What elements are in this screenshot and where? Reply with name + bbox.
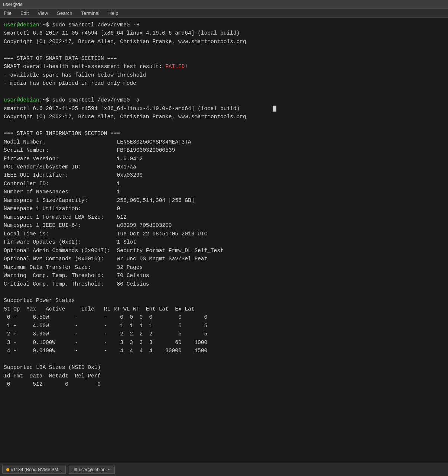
menu-search[interactable]: Search — [55, 10, 74, 17]
taskbar-dot — [6, 468, 9, 471]
terminal-window: user@de File Edit View Search Terminal H… — [0, 0, 448, 476]
window-title: user@de — [3, 1, 23, 7]
taskbar: #1134 (Read NVMe SM... 🖥 user@debian: ~ — [0, 463, 448, 476]
menu-file[interactable]: File — [2, 10, 13, 17]
prompt-1: user@debian — [4, 22, 39, 28]
terminal-content[interactable]: user@debian:~$ sudo smartctl /dev/nvme0 … — [0, 18, 448, 463]
menu-help[interactable]: Help — [107, 10, 120, 17]
menu-bar: File Edit View Search Terminal Help — [0, 9, 448, 18]
taskbar-label-2: user@debian: ~ — [79, 467, 110, 472]
taskbar-item-1[interactable]: #1134 (Read NVMe SM... — [2, 466, 66, 474]
prompt-2: user@debian — [4, 97, 39, 103]
taskbar-icon-2: 🖥 — [73, 467, 77, 472]
taskbar-label-1: #1134 (Read NVMe SM... — [11, 467, 62, 472]
failed-text: FAILED! — [165, 64, 188, 70]
menu-view[interactable]: View — [36, 10, 49, 17]
title-bar: user@de — [0, 0, 448, 9]
taskbar-item-2[interactable]: 🖥 user@debian: ~ — [69, 466, 114, 474]
terminal-output: user@debian:~$ sudo smartctl /dev/nvme0 … — [4, 21, 444, 389]
text-cursor — [273, 106, 276, 112]
menu-terminal[interactable]: Terminal — [80, 10, 101, 17]
menu-edit[interactable]: Edit — [19, 10, 30, 17]
